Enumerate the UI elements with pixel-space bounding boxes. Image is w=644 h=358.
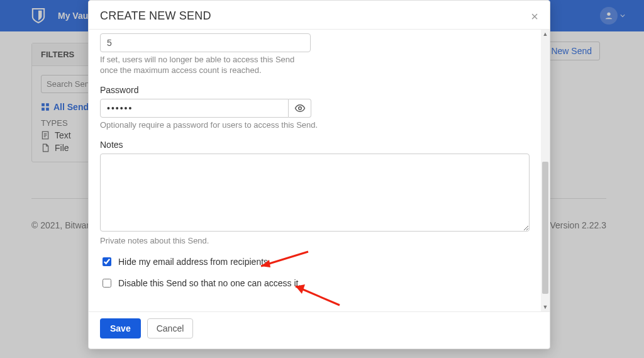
hide-email-checkbox[interactable] [103, 257, 111, 266]
disable-send-checkbox[interactable] [103, 279, 111, 288]
modal-scroll-area: If set, users will no longer be able to … [89, 30, 550, 312]
scroll-down-icon[interactable]: ▼ [541, 303, 550, 311]
create-send-modal: CREATE NEW SEND × If set, users will no … [88, 0, 550, 349]
password-input[interactable] [100, 99, 289, 118]
hide-email-label: Hide my email address from recipients. [118, 257, 270, 267]
scroll-up-icon[interactable]: ▲ [541, 30, 550, 38]
disable-send-label: Disable this Send so that no one can acc… [118, 278, 301, 288]
max-access-help: If set, users will no longer be able to … [100, 55, 314, 76]
modal-close-button[interactable]: × [531, 10, 538, 23]
save-button[interactable]: Save [100, 318, 141, 338]
modal-title: CREATE NEW SEND [100, 9, 211, 23]
toggle-password-visibility-button[interactable] [289, 99, 311, 118]
modal-footer: Save Cancel [89, 312, 550, 349]
max-access-count-input[interactable] [100, 33, 311, 52]
disable-send-row[interactable]: Disable this Send so that no one can acc… [100, 277, 530, 289]
notes-label: Notes [100, 140, 530, 150]
password-help: Optionally require a password for users … [100, 120, 530, 131]
notes-help: Private notes about this Send. [100, 236, 530, 247]
modal-scrollbar[interactable]: ▲ ▼ [541, 30, 550, 311]
modal-header: CREATE NEW SEND × [89, 1, 550, 30]
scrollbar-thumb[interactable] [542, 162, 548, 294]
password-label: Password [100, 85, 530, 95]
notes-textarea[interactable] [100, 154, 530, 232]
hide-email-row[interactable]: Hide my email address from recipients. [100, 255, 530, 268]
cancel-button[interactable]: Cancel [147, 318, 194, 338]
eye-icon [294, 103, 306, 114]
svg-point-9 [298, 107, 301, 110]
